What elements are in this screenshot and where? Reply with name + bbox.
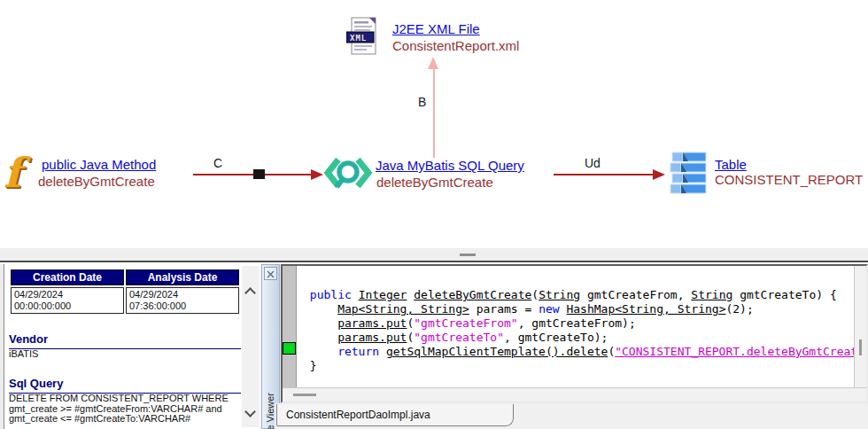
code-viewer-panel: public Integer deleteByGmtCreate(String …	[281, 264, 868, 403]
sql-query-text: DELETE FROM CONSISTENT_REPORT WHERE gmt_…	[9, 394, 229, 425]
vendor-heading: Vendor	[9, 332, 241, 349]
code-gutter	[283, 266, 297, 387]
edge-c-label: C	[213, 156, 222, 170]
code-horizontal-scrollbar[interactable]	[283, 387, 866, 402]
node-name-java-method: deleteByGmtCreate	[38, 174, 155, 189]
node-link-java-method[interactable]: public Java Method	[42, 157, 156, 172]
node-name-sql-query: deleteByGmtCreate	[376, 175, 493, 190]
splitter-handle-icon	[460, 254, 476, 256]
properties-panel: Creation Date Analysis Date 04/29/2024 0…	[0, 264, 260, 429]
edge-b-label: B	[418, 95, 426, 109]
edge-c-arrowhead	[311, 169, 323, 180]
scroll-up-icon[interactable]	[244, 287, 256, 299]
edge-ud-arrowhead	[653, 169, 665, 180]
sql-query-heading: Sql Query	[9, 377, 241, 394]
date-table: Creation Date Analysis Date 04/29/2024 0…	[9, 268, 241, 316]
node-name-table: CONSISTENT_REPORT	[715, 172, 863, 187]
code-content[interactable]: public Integer deleteByGmtCreate(String …	[298, 266, 854, 387]
java-method-icon[interactable]: f	[4, 152, 21, 193]
edge-ud-label: Ud	[585, 156, 601, 170]
xml-file-icon[interactable]: XML	[346, 16, 382, 57]
lineage-diagram: XML J2EE XML File ConsistentReport.xml B…	[0, 0, 868, 248]
edge-ud-line	[554, 174, 654, 176]
date-table-header-analysis: Analysis Date	[126, 269, 239, 285]
node-name-xml-file: ConsistentReport.xml	[392, 38, 519, 53]
hscroll-thumb[interactable]	[293, 394, 316, 396]
scroll-down-icon[interactable]	[244, 406, 256, 417]
code-highlight-marker	[283, 342, 296, 355]
close-icon	[265, 269, 276, 280]
creation-date-cell: 04/29/2024 00:00:00:000	[11, 287, 124, 314]
file-tab-strip: ConsistentReportDaoImpl.java	[275, 403, 868, 429]
svg-text:XML: XML	[350, 34, 367, 43]
code-vertical-scrollbar[interactable]	[854, 266, 866, 387]
mybatis-query-icon[interactable]	[323, 155, 373, 196]
close-viewer-button[interactable]	[264, 267, 277, 280]
edge-c-marker	[253, 169, 265, 179]
edge-b-arrowhead	[428, 57, 438, 69]
analysis-date-cell: 04/29/2024 07:36:00:000	[126, 287, 239, 314]
node-link-table[interactable]: Table	[715, 157, 747, 172]
horizontal-splitter[interactable]	[0, 248, 868, 262]
table-icon[interactable]	[667, 151, 708, 195]
tab-consistentreportdaoimpl[interactable]: ConsistentReportDaoImpl.java	[276, 404, 514, 426]
vendor-value: iBATIS	[9, 349, 38, 360]
vscroll-thumb[interactable]	[859, 339, 862, 355]
application-window: XML J2EE XML File ConsistentReport.xml B…	[0, 0, 868, 429]
node-link-sql-query[interactable]: Java MyBatis SQL Query	[376, 158, 524, 173]
node-link-xml-file[interactable]: J2EE XML File	[392, 21, 480, 36]
properties-scrollbar[interactable]	[242, 266, 260, 427]
date-table-header-creation: Creation Date	[11, 269, 124, 285]
edge-b-line	[433, 69, 435, 158]
